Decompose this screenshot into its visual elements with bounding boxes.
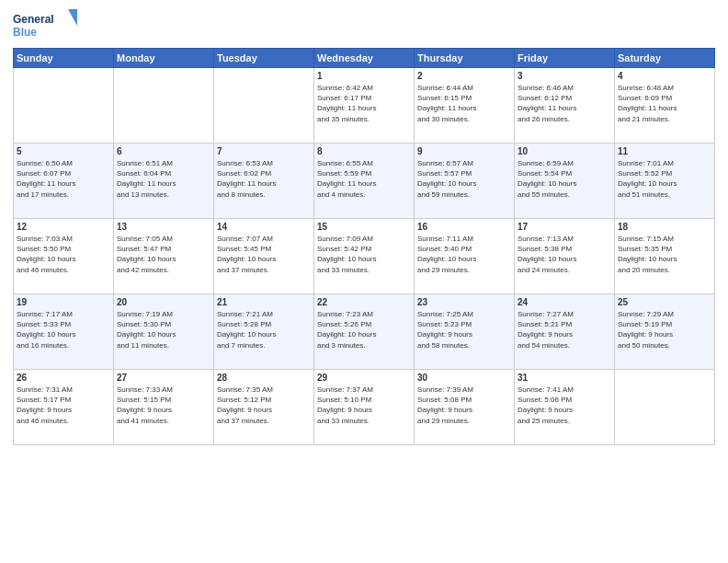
day-number: 16 (417, 222, 511, 232)
day-info: Sunrise: 7:37 AM Sunset: 5:10 PM Dayligh… (317, 385, 411, 426)
day-number: 1 (317, 71, 411, 81)
logo-svg: General Blue (13, 9, 77, 42)
day-info: Sunrise: 7:19 AM Sunset: 5:30 PM Dayligh… (117, 309, 210, 350)
col-header-saturday: Saturday (615, 49, 715, 68)
day-number: 9 (417, 146, 511, 156)
day-info: Sunrise: 6:42 AM Sunset: 6:17 PM Dayligh… (317, 83, 411, 124)
day-cell (615, 370, 715, 445)
logo: General Blue (13, 9, 77, 42)
header: General Blue (13, 9, 715, 42)
day-info: Sunrise: 7:07 AM Sunset: 5:45 PM Dayligh… (217, 234, 311, 275)
day-info: Sunrise: 7:23 AM Sunset: 5:26 PM Dayligh… (317, 309, 411, 350)
day-number: 2 (417, 71, 511, 81)
day-number: 20 (117, 297, 210, 307)
day-cell: 27Sunrise: 7:33 AM Sunset: 5:15 PM Dayli… (114, 370, 214, 445)
day-cell: 17Sunrise: 7:13 AM Sunset: 5:38 PM Dayli… (515, 219, 615, 294)
day-cell: 6Sunrise: 6:51 AM Sunset: 6:04 PM Daylig… (114, 144, 214, 219)
day-number: 5 (17, 146, 110, 156)
day-cell (214, 68, 314, 144)
day-info: Sunrise: 7:01 AM Sunset: 5:52 PM Dayligh… (618, 158, 711, 200)
day-number: 22 (317, 297, 411, 307)
day-number: 28 (217, 373, 311, 383)
day-number: 8 (317, 146, 411, 156)
header-row: SundayMondayTuesdayWednesdayThursdayFrid… (14, 49, 715, 68)
day-info: Sunrise: 6:57 AM Sunset: 5:57 PM Dayligh… (417, 158, 511, 200)
day-info: Sunrise: 7:15 AM Sunset: 5:35 PM Dayligh… (618, 234, 711, 275)
col-header-monday: Monday (114, 49, 214, 68)
day-info: Sunrise: 6:46 AM Sunset: 6:12 PM Dayligh… (518, 83, 611, 124)
day-cell (114, 68, 214, 144)
day-number: 25 (618, 297, 711, 307)
day-cell: 2Sunrise: 6:44 AM Sunset: 6:15 PM Daylig… (415, 68, 515, 144)
day-cell: 10Sunrise: 6:59 AM Sunset: 5:54 PM Dayli… (515, 144, 615, 219)
day-cell: 4Sunrise: 6:48 AM Sunset: 6:09 PM Daylig… (615, 68, 715, 144)
day-info: Sunrise: 7:29 AM Sunset: 5:19 PM Dayligh… (618, 309, 711, 350)
day-cell: 31Sunrise: 7:41 AM Sunset: 5:06 PM Dayli… (515, 370, 615, 445)
day-info: Sunrise: 7:03 AM Sunset: 5:50 PM Dayligh… (17, 234, 110, 275)
day-cell (14, 68, 114, 144)
day-cell: 15Sunrise: 7:09 AM Sunset: 5:42 PM Dayli… (314, 219, 415, 294)
day-number: 15 (317, 222, 411, 232)
day-cell: 22Sunrise: 7:23 AM Sunset: 5:26 PM Dayli… (314, 294, 415, 370)
day-cell: 23Sunrise: 7:25 AM Sunset: 5:23 PM Dayli… (415, 294, 515, 370)
day-number: 29 (317, 373, 411, 383)
svg-text:General: General (13, 13, 54, 26)
svg-marker-2 (68, 9, 77, 26)
week-row-5: 26Sunrise: 7:31 AM Sunset: 5:17 PM Dayli… (14, 370, 715, 445)
day-number: 31 (518, 373, 611, 383)
week-row-1: 1Sunrise: 6:42 AM Sunset: 6:17 PM Daylig… (14, 68, 715, 144)
day-info: Sunrise: 7:21 AM Sunset: 5:28 PM Dayligh… (217, 309, 311, 350)
day-info: Sunrise: 7:13 AM Sunset: 5:38 PM Dayligh… (518, 234, 611, 275)
day-cell: 21Sunrise: 7:21 AM Sunset: 5:28 PM Dayli… (214, 294, 314, 370)
day-info: Sunrise: 7:09 AM Sunset: 5:42 PM Dayligh… (317, 234, 411, 275)
day-cell: 9Sunrise: 6:57 AM Sunset: 5:57 PM Daylig… (415, 144, 515, 219)
day-number: 27 (117, 373, 210, 383)
day-info: Sunrise: 7:11 AM Sunset: 5:40 PM Dayligh… (417, 234, 511, 275)
week-row-4: 19Sunrise: 7:17 AM Sunset: 5:33 PM Dayli… (14, 294, 715, 370)
day-number: 21 (217, 297, 311, 307)
day-cell: 7Sunrise: 6:53 AM Sunset: 6:02 PM Daylig… (214, 144, 314, 219)
day-cell: 25Sunrise: 7:29 AM Sunset: 5:19 PM Dayli… (615, 294, 715, 370)
day-number: 24 (518, 297, 611, 307)
col-header-tuesday: Tuesday (214, 49, 314, 68)
day-number: 30 (417, 373, 511, 383)
day-cell: 8Sunrise: 6:55 AM Sunset: 5:59 PM Daylig… (314, 144, 415, 219)
day-cell: 3Sunrise: 6:46 AM Sunset: 6:12 PM Daylig… (515, 68, 615, 144)
day-info: Sunrise: 6:59 AM Sunset: 5:54 PM Dayligh… (518, 158, 611, 200)
day-number: 14 (217, 222, 311, 232)
day-cell: 19Sunrise: 7:17 AM Sunset: 5:33 PM Dayli… (14, 294, 114, 370)
day-number: 10 (518, 146, 611, 156)
day-cell: 28Sunrise: 7:35 AM Sunset: 5:12 PM Dayli… (214, 370, 314, 445)
day-info: Sunrise: 7:05 AM Sunset: 5:47 PM Dayligh… (117, 234, 210, 275)
day-cell: 20Sunrise: 7:19 AM Sunset: 5:30 PM Dayli… (114, 294, 214, 370)
day-cell: 1Sunrise: 6:42 AM Sunset: 6:17 PM Daylig… (314, 68, 415, 144)
col-header-thursday: Thursday (415, 49, 515, 68)
week-row-3: 12Sunrise: 7:03 AM Sunset: 5:50 PM Dayli… (14, 219, 715, 294)
day-number: 19 (17, 297, 110, 307)
svg-text:Blue: Blue (13, 26, 37, 39)
day-number: 23 (417, 297, 511, 307)
day-info: Sunrise: 7:39 AM Sunset: 5:08 PM Dayligh… (417, 385, 511, 426)
day-cell: 14Sunrise: 7:07 AM Sunset: 5:45 PM Dayli… (214, 219, 314, 294)
day-number: 18 (618, 222, 711, 232)
day-info: Sunrise: 7:33 AM Sunset: 5:15 PM Dayligh… (117, 385, 210, 426)
day-cell: 18Sunrise: 7:15 AM Sunset: 5:35 PM Dayli… (615, 219, 715, 294)
day-number: 11 (618, 146, 711, 156)
day-info: Sunrise: 6:51 AM Sunset: 6:04 PM Dayligh… (117, 158, 210, 200)
col-header-friday: Friday (515, 49, 615, 68)
day-cell: 5Sunrise: 6:50 AM Sunset: 6:07 PM Daylig… (14, 144, 114, 219)
day-number: 7 (217, 146, 311, 156)
day-cell: 16Sunrise: 7:11 AM Sunset: 5:40 PM Dayli… (415, 219, 515, 294)
week-row-2: 5Sunrise: 6:50 AM Sunset: 6:07 PM Daylig… (14, 144, 715, 219)
day-info: Sunrise: 6:44 AM Sunset: 6:15 PM Dayligh… (417, 83, 511, 124)
day-info: Sunrise: 7:17 AM Sunset: 5:33 PM Dayligh… (17, 309, 110, 350)
day-cell: 30Sunrise: 7:39 AM Sunset: 5:08 PM Dayli… (415, 370, 515, 445)
col-header-sunday: Sunday (14, 49, 114, 68)
day-cell: 26Sunrise: 7:31 AM Sunset: 5:17 PM Dayli… (14, 370, 114, 445)
day-info: Sunrise: 6:50 AM Sunset: 6:07 PM Dayligh… (17, 158, 110, 200)
calendar-table: SundayMondayTuesdayWednesdayThursdayFrid… (13, 48, 715, 445)
day-cell: 12Sunrise: 7:03 AM Sunset: 5:50 PM Dayli… (14, 219, 114, 294)
day-number: 17 (518, 222, 611, 232)
day-cell: 24Sunrise: 7:27 AM Sunset: 5:21 PM Dayli… (515, 294, 615, 370)
day-info: Sunrise: 6:53 AM Sunset: 6:02 PM Dayligh… (217, 158, 311, 200)
